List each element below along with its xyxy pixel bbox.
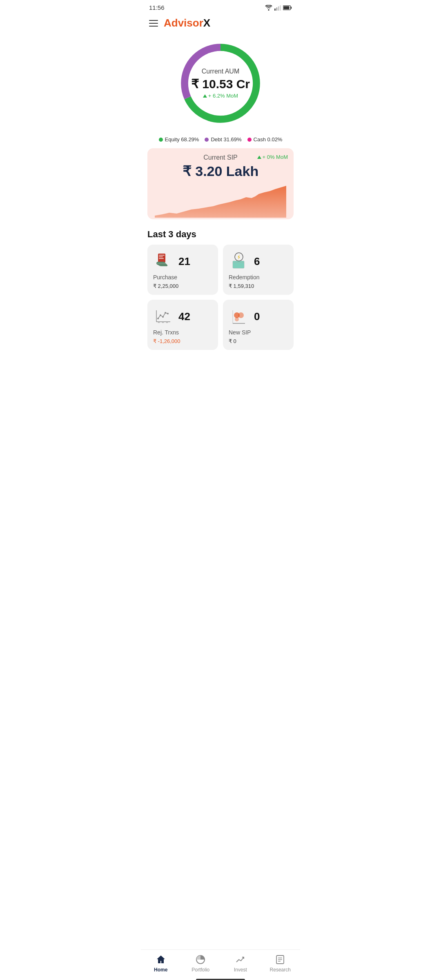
purchase-name: Purchase xyxy=(153,274,212,281)
cash-dot xyxy=(247,138,252,142)
equity-dot xyxy=(159,138,163,142)
aum-trend-icon xyxy=(203,94,207,98)
svg-point-23 xyxy=(167,313,169,314)
rejected-count: 42 xyxy=(178,310,190,323)
legend-cash: Cash 0.02% xyxy=(247,136,283,143)
rejected-card: 42 Rej. Trxns ₹ -1,26,000 xyxy=(147,300,218,350)
aum-inner: Current AUM ₹ 10.53 Cr + 6.2% MoM xyxy=(191,68,250,99)
redemption-card-top: 6 xyxy=(229,251,288,272)
rejected-icon xyxy=(153,306,174,327)
purchase-card-top: 21 xyxy=(153,251,212,272)
svg-point-29 xyxy=(235,317,239,321)
sip-card: + 0% MoM Current SIP ₹ 3.20 Lakh xyxy=(147,148,294,219)
sip-chart-svg xyxy=(155,185,286,218)
svg-rect-14 xyxy=(159,258,164,259)
status-bar: 11:56 xyxy=(141,0,300,13)
aum-mom: + 6.2% MoM xyxy=(191,93,250,99)
svg-rect-13 xyxy=(159,256,163,257)
purchase-card: 21 Purchase ₹ 2,25,000 xyxy=(147,245,218,295)
signal-icon xyxy=(274,5,281,11)
svg-rect-15 xyxy=(233,261,244,268)
sip-mom: + 0% MoM xyxy=(257,154,288,160)
redemption-card: 6 Redemption ₹ 1,59,310 xyxy=(223,245,294,295)
svg-point-20 xyxy=(160,314,161,316)
rejected-name: Rej. Trxns xyxy=(153,329,212,336)
svg-rect-3 xyxy=(280,5,281,10)
svg-rect-12 xyxy=(159,255,165,256)
svg-rect-2 xyxy=(278,6,279,11)
svg-point-21 xyxy=(162,316,164,318)
logo-advisor-text: Advisor xyxy=(164,17,203,29)
svg-rect-5 xyxy=(291,7,292,9)
aum-section: Current AUM ₹ 10.53 Cr + 6.2% MoM xyxy=(141,34,300,135)
equity-label: Equity 68.29% xyxy=(165,136,199,143)
status-time: 11:56 xyxy=(149,4,165,11)
status-icons xyxy=(265,5,292,11)
svg-point-22 xyxy=(165,312,166,314)
purchase-amount: ₹ 2,25,000 xyxy=(153,283,212,289)
legend-equity: Equity 68.29% xyxy=(159,136,199,143)
aum-chart: Current AUM ₹ 10.53 Cr + 6.2% MoM xyxy=(176,38,265,128)
aum-legend: Equity 68.29% Debt 31.69% Cash 0.02% xyxy=(141,135,300,148)
app-logo: AdvisorX xyxy=(164,17,210,29)
redemption-amount: ₹ 1,59,310 xyxy=(229,283,288,289)
sip-trend-icon xyxy=(257,156,261,159)
app-header: AdvisorX xyxy=(141,13,300,34)
svg-rect-0 xyxy=(274,8,276,10)
logo-x-text: X xyxy=(203,17,210,29)
newsip-count: 0 xyxy=(254,310,260,323)
aum-value: ₹ 10.53 Cr xyxy=(191,77,250,91)
newsip-name: New SIP xyxy=(229,329,288,336)
svg-point-28 xyxy=(238,312,244,318)
debt-dot xyxy=(205,138,209,142)
newsip-amount: ₹ 0 xyxy=(229,338,288,344)
debt-label: Debt 31.69% xyxy=(211,136,241,143)
hamburger-menu[interactable] xyxy=(149,18,158,29)
sip-value: ₹ 3.20 Lakh xyxy=(155,163,286,179)
stats-grid: 21 Purchase ₹ 2,25,000 6 Redemption xyxy=(141,245,300,356)
cash-label: Cash 0.02% xyxy=(254,136,283,143)
wifi-icon xyxy=(265,5,272,11)
last3days-title: Last 3 days xyxy=(141,227,300,245)
redemption-icon xyxy=(229,251,249,272)
battery-icon xyxy=(283,5,292,10)
aum-label: Current AUM xyxy=(191,68,250,75)
rejected-card-top: 42 xyxy=(153,306,212,327)
rejected-amount: ₹ -1,26,000 xyxy=(153,338,212,344)
svg-point-19 xyxy=(157,318,159,319)
newsip-card: 0 New SIP ₹ 0 xyxy=(223,300,294,350)
newsip-card-top: 0 xyxy=(229,306,288,327)
redemption-count: 6 xyxy=(254,255,260,268)
newsip-icon xyxy=(229,306,249,327)
redemption-name: Redemption xyxy=(229,274,288,281)
purchase-count: 21 xyxy=(178,255,190,268)
svg-rect-1 xyxy=(276,7,278,11)
legend-debt: Debt 31.69% xyxy=(205,136,241,143)
purchase-icon xyxy=(153,251,174,272)
svg-rect-6 xyxy=(283,6,289,9)
